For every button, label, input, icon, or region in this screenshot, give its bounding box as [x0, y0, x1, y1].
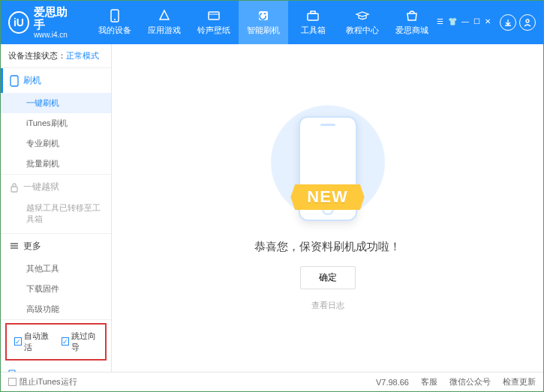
nav-label: 爱思商城	[395, 25, 428, 36]
user-button[interactable]	[519, 14, 536, 31]
download-button[interactable]	[500, 14, 516, 31]
top-nav: 我的设备 应用游戏 铃声壁纸 智能刷机 工具箱 教程中心	[90, 1, 437, 44]
success-illustration: NEW	[253, 105, 403, 232]
nav-tutorials[interactable]: 教程中心	[338, 1, 387, 44]
flash-icon	[256, 9, 271, 22]
apps-icon	[157, 9, 172, 22]
device-small-icon	[8, 370, 16, 372]
skip-guide-checkbox[interactable]: ✓跳过向导	[62, 331, 98, 353]
sidebar-oneclick-flash[interactable]: 一键刷机	[1, 93, 111, 113]
svg-point-6	[526, 19, 529, 22]
tutorial-icon	[355, 9, 370, 22]
skin-icon[interactable]: 👕	[448, 17, 457, 25]
version-label: V7.98.66	[376, 378, 409, 387]
view-log-link[interactable]: 查看日志	[311, 300, 344, 311]
nav-apps[interactable]: 应用游戏	[140, 1, 189, 44]
brand-title: 爱思助手	[34, 6, 75, 31]
device-icon	[107, 9, 122, 22]
app-header: iU 爱思助手 www.i4.cn 我的设备 应用游戏 铃声壁纸 智能刷机	[1, 1, 543, 44]
auto-activate-checkbox[interactable]: ✓自动激活	[14, 331, 51, 353]
nav-shop[interactable]: 爱思商城	[387, 1, 437, 44]
footer: 阻止iTunes运行 V7.98.66 客服 微信公众号 检查更新	[1, 372, 543, 391]
block-itunes-checkbox[interactable]: 阻止iTunes运行	[8, 376, 77, 388]
svg-point-1	[114, 19, 116, 20]
customer-service-link[interactable]: 客服	[421, 376, 437, 388]
nav-label: 工具箱	[301, 25, 326, 36]
svg-rect-4	[308, 13, 318, 20]
nav-label: 我的设备	[98, 25, 131, 36]
brand-logo-icon: iU	[8, 11, 29, 34]
close-icon[interactable]: ✕	[485, 17, 491, 25]
wechat-link[interactable]: 微信公众号	[449, 376, 491, 388]
shop-icon	[404, 9, 419, 22]
brand: iU 爱思助手 www.i4.cn	[8, 6, 75, 39]
svg-rect-8	[11, 187, 17, 192]
svg-rect-9	[9, 370, 15, 372]
main-content: NEW 恭喜您，保资料刷机成功啦！ 确定 查看日志	[112, 44, 543, 372]
sidebar-other-tools[interactable]: 其他工具	[1, 259, 111, 279]
sidebar-jailbreak[interactable]: 一键越狱	[1, 175, 111, 199]
nav-flash[interactable]: 智能刷机	[239, 1, 288, 44]
more-icon	[10, 241, 19, 250]
sidebar-item-label: 一键越狱	[23, 181, 59, 193]
nav-ringtones[interactable]: 铃声壁纸	[189, 1, 239, 44]
nav-my-device[interactable]: 我的设备	[90, 1, 140, 44]
device-name: iPhone 12 mini	[8, 370, 104, 372]
ok-button[interactable]: 确定	[300, 266, 356, 289]
sidebar-advanced[interactable]: 高级功能	[1, 299, 111, 319]
check-update-link[interactable]: 检查更新	[503, 376, 536, 388]
svg-rect-2	[209, 12, 219, 19]
sidebar-item-label: 刷机	[23, 74, 41, 87]
svg-rect-5	[311, 11, 315, 13]
flash-options-group: ✓自动激活 ✓跳过向导	[5, 323, 107, 361]
lock-icon	[10, 182, 19, 193]
sidebar-item-label: 更多	[23, 240, 41, 253]
sidebar-more[interactable]: 更多	[1, 234, 111, 259]
nav-label: 智能刷机	[247, 25, 280, 36]
status-value: 正常模式	[66, 51, 99, 60]
sidebar-pro-flash[interactable]: 专业刷机	[1, 133, 111, 154]
music-icon	[206, 9, 221, 22]
connection-status: 设备连接状态：正常模式	[1, 44, 111, 68]
success-message: 恭喜您，保资料刷机成功啦！	[254, 240, 401, 254]
sidebar-download-fw[interactable]: 下载固件	[1, 279, 111, 299]
menu-icon[interactable]: ☰	[437, 17, 443, 25]
header-right: ☰ 👕 — ☐ ✕	[437, 14, 536, 31]
toolbox-icon	[305, 9, 320, 22]
nav-label: 应用游戏	[148, 25, 181, 36]
minimize-icon[interactable]: —	[461, 17, 469, 25]
nav-toolbox[interactable]: 工具箱	[288, 1, 338, 44]
nav-label: 教程中心	[346, 25, 379, 36]
sidebar: 设备连接状态：正常模式 刷机 一键刷机 iTunes刷机 专业刷机 批量刷机 一…	[1, 44, 112, 372]
svg-rect-7	[11, 76, 18, 86]
sidebar-batch-flash[interactable]: 批量刷机	[1, 154, 111, 174]
sidebar-flash[interactable]: 刷机	[1, 68, 111, 93]
brand-subtitle: www.i4.cn	[34, 31, 75, 39]
maximize-icon[interactable]: ☐	[473, 17, 480, 25]
phone-icon	[10, 75, 19, 87]
status-label: 设备连接状态：	[8, 51, 66, 60]
jailbreak-note: 越狱工具已转移至工具箱	[1, 199, 111, 233]
nav-label: 铃声壁纸	[197, 25, 230, 36]
new-ribbon: NEW	[290, 184, 364, 210]
sidebar-itunes-flash[interactable]: iTunes刷机	[1, 113, 111, 133]
device-info[interactable]: iPhone 12 mini 64GB Down-12mini-13,1	[1, 364, 111, 372]
window-controls: ☰ 👕 — ☐ ✕	[437, 14, 491, 25]
